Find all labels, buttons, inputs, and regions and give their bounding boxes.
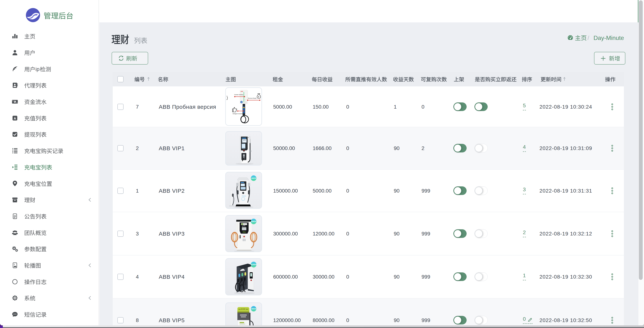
svg-text:60KW: 60KW: [251, 221, 256, 222]
svg-text:Intelligent Investment: Intelligent Investment: [232, 113, 244, 115]
svg-text:44KW: 44KW: [251, 177, 256, 179]
svg-text:Flexible Interface: Flexible Interface: [234, 94, 243, 95]
svg-text:ABB: ABB: [240, 91, 243, 92]
svg-text:Revenue Ready: Revenue Ready: [248, 98, 256, 99]
svg-text:60kw: 60kw: [242, 231, 246, 233]
svg-text:$: $: [258, 96, 259, 98]
svg-text:SUPER: SUPER: [251, 264, 256, 265]
svg-text:40KW: 40KW: [251, 308, 256, 310]
svg-text:charging: charging: [242, 195, 246, 197]
